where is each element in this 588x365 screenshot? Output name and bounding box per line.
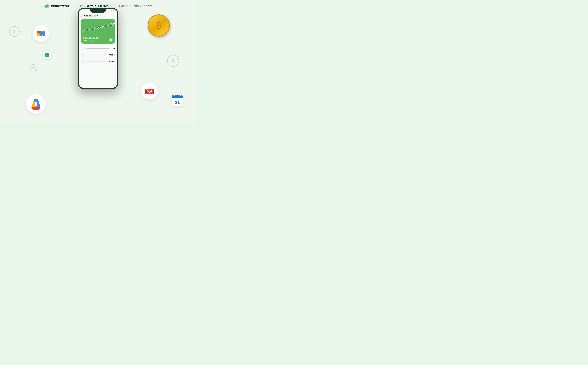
svg-point-2 (47, 6, 49, 8)
workspace-text: Workspace (132, 4, 152, 8)
cryptopay-icon (79, 4, 84, 8)
svg-point-4 (81, 6, 82, 7)
eth-line (86, 49, 109, 49)
svg-point-3 (45, 5, 47, 7)
google-chat-icon (45, 53, 49, 57)
phone-app-title: Crypto Portfolio (81, 14, 115, 17)
chart-value: $ 20,234.00 (83, 36, 98, 40)
btc-ghost-3: ₿ (167, 55, 179, 67)
signal-bars: ▐▐▐ (108, 10, 110, 11)
xrp-price: $ 15,356.10 (107, 60, 115, 62)
svg-text:31: 31 (175, 100, 180, 105)
cloudfresh-icon (44, 4, 49, 8)
eth-price: $ 10,3 (111, 48, 115, 49)
google-meet-icon (36, 28, 46, 39)
svg-rect-23 (35, 102, 36, 106)
cloudfresh-logo: cloudfresh (44, 4, 69, 8)
crypto-item-xrp: ✦ $ 15,356.10 (81, 58, 115, 64)
cloudfresh-text: cloudfresh (51, 4, 69, 8)
eth-icon: Ξ (81, 47, 85, 50)
google-calendar-icon: 31 (172, 95, 183, 106)
btc-gold-symbol: ₿ (156, 20, 161, 31)
gmail-icon (145, 86, 155, 96)
header-logos: cloudfresh CRYPTOPAY GoogleWorkspace (0, 4, 196, 8)
more-options-button[interactable] (115, 15, 115, 17)
ltc-price-col: $ 103,56 -6.28%▼ (109, 53, 115, 56)
svg-rect-16 (46, 55, 47, 55)
svg-rect-31 (172, 97, 183, 98)
battery-icon: 🔋 (113, 10, 114, 11)
crypto-item-eth: Ξ $ 10,3 (81, 45, 115, 52)
svg-rect-10 (40, 31, 42, 33)
phone-device: ▐▐▐ 📶 🔋 Crypto Portfolio (78, 8, 118, 89)
svg-rect-35 (180, 95, 181, 96)
btc-ghost-1: ₿ (9, 26, 20, 37)
g-letter-green: e (129, 4, 132, 8)
chart-change: +$1,271.51 today (83, 40, 93, 42)
svg-rect-9 (37, 31, 40, 33)
svg-rect-34 (174, 95, 175, 96)
svg-rect-15 (46, 54, 48, 54)
portfolio-text: Portfolio (88, 14, 98, 17)
svg-rect-11 (37, 33, 40, 36)
chart-bar-icon: 📊 (109, 38, 113, 42)
g-letter-red: o (122, 4, 124, 8)
cryptopay-text: CRYPTOPAY (85, 4, 108, 8)
xrp-price-col: $ 15,356.10 (107, 60, 115, 62)
portfolio-chart-card: $ 20,234.00 +$1,271.51 today 📊 (81, 19, 115, 43)
g-letter-red2: l (128, 4, 129, 8)
cryptopay-logo: CRYPTOPAY (79, 4, 108, 8)
g-letter-blue2: g (126, 4, 128, 8)
xrp-line (86, 61, 106, 62)
google-drive-icon (30, 98, 42, 110)
svg-rect-12 (40, 33, 42, 36)
phone-notch (90, 9, 106, 13)
google-workspace-logo: GoogleWorkspace (119, 4, 152, 8)
phone-status-bar: ▐▐▐ 📶 🔋 (108, 10, 114, 11)
xrp-icon: ✦ (81, 60, 85, 63)
google-chat-circle (43, 51, 51, 59)
crypto-item-ltc: Ł $ 103,56 -6.28%▼ (81, 52, 115, 58)
google-calendar-circle: 31 (172, 95, 183, 106)
ltc-price: $ 103,56 (109, 53, 115, 55)
svg-marker-21 (31, 107, 41, 110)
g-letter-yellow: o (124, 4, 126, 8)
google-meet-circle (33, 25, 50, 42)
g-letter-blue: G (119, 4, 122, 8)
ltc-line (86, 55, 108, 55)
crypto-bold: Crypto (81, 14, 88, 17)
ltc-change: -6.28%▼ (109, 55, 115, 56)
google-drive-circle (26, 94, 46, 114)
btc-gold-coin: ₿ (148, 14, 170, 37)
svg-marker-13 (42, 30, 45, 36)
wifi-icon: 📶 (111, 10, 112, 11)
cryptopay-svg-icon (79, 4, 84, 8)
portfolio-chart-svg (81, 19, 115, 35)
phone-content: Crypto Portfolio (79, 13, 117, 88)
phone-screen: ▐▐▐ 📶 🔋 Crypto Portfolio (79, 9, 117, 88)
gmail-circle (141, 82, 158, 99)
ltc-icon: Ł (81, 53, 85, 57)
btc-ghost-2: ₿ (30, 64, 37, 71)
eth-price-col: $ 10,3 (111, 48, 115, 49)
phone-title-text: Crypto Portfolio (81, 14, 98, 17)
crypto-list: Ξ $ 10,3 Ł $ 103,56 -6.28%▼ (81, 45, 115, 64)
